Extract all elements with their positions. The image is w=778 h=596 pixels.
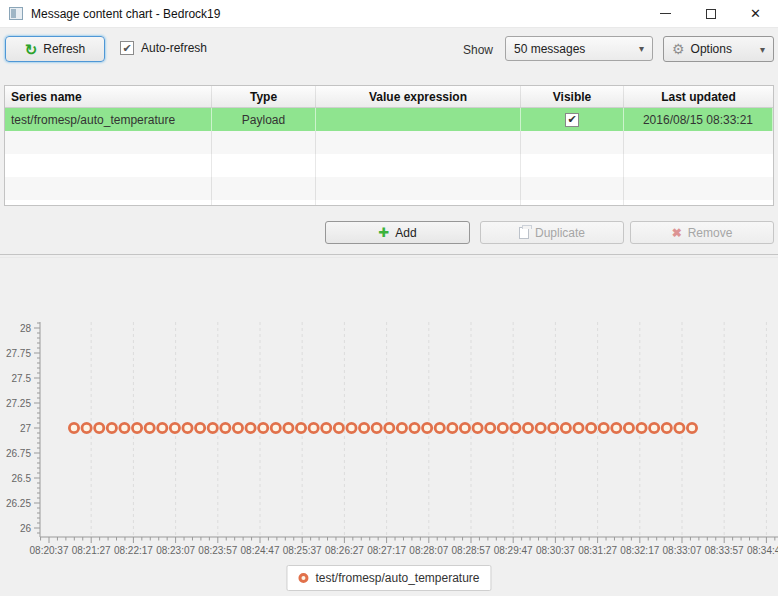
table-empty-row[interactable] [5,131,773,154]
column-header-series-name[interactable]: Series name [5,86,212,107]
data-point [612,423,621,432]
cell-series-name: test/fromesp/auto_temperature [5,108,212,131]
data-point [132,423,141,432]
add-button[interactable]: ✚ Add [325,221,470,244]
data-point [69,423,78,432]
data-point [523,423,532,432]
x-tick-label: 08:27:17 [367,545,406,556]
chart-panel: 2827.7527.527.252726.7526.526.252608:20:… [0,258,778,596]
data-point [637,423,646,432]
data-point [233,423,242,432]
data-point [599,423,608,432]
data-point [486,423,495,432]
data-point [423,423,432,432]
data-point [196,423,205,432]
empty-cell [624,131,773,154]
x-tick-label: 08:28:57 [452,545,491,556]
auto-refresh-checkbox[interactable]: ✔ [120,41,134,55]
x-tick-label: 08:29:47 [494,545,533,556]
remove-button-label: Remove [688,226,733,240]
empty-cell [521,177,624,200]
empty-cell [316,131,521,154]
empty-cell [212,131,316,154]
remove-x-icon: ✖ [672,227,682,239]
empty-cell [521,200,624,206]
x-tick-label: 08:21:27 [72,545,111,556]
data-point [549,423,558,432]
empty-cell [521,154,624,177]
table-empty-rows [5,131,773,206]
empty-cell [212,177,316,200]
maximize-button[interactable] [688,0,733,28]
chart-legend[interactable]: test/fromesp/auto_temperature [286,565,491,591]
y-tick-label: 26.5 [12,473,32,484]
x-tick-label: 08:33:57 [705,545,744,556]
minimize-icon [660,13,671,14]
column-header-visible[interactable]: Visible [521,86,624,107]
close-icon: ✕ [750,7,761,20]
data-point [246,423,255,432]
y-tick-label: 26.25 [6,498,31,509]
messages-count-value: 50 messages [514,42,585,56]
x-tick-label: 08:23:57 [198,545,237,556]
refresh-button-label: Refresh [43,42,85,56]
x-tick-label: 08:33:07 [663,545,702,556]
data-point [587,423,596,432]
x-tick-label: 08:23:07 [156,545,195,556]
column-header-type[interactable]: Type [212,86,316,107]
refresh-icon: ↻ [25,42,38,57]
table-empty-row[interactable] [5,177,773,200]
app-icon [9,7,23,20]
minimize-button[interactable] [643,0,688,28]
x-tick-label: 08:20:37 [30,545,69,556]
remove-button[interactable]: ✖ Remove [630,221,774,244]
data-point [448,423,457,432]
x-tick-label: 08:25:37 [283,545,322,556]
close-button[interactable]: ✕ [733,0,778,28]
data-point [271,423,280,432]
duplicate-button[interactable]: Duplicate [480,221,624,244]
data-point [107,423,116,432]
data-point [334,423,343,432]
data-point [221,423,230,432]
x-tick-label: 08:26:27 [325,545,364,556]
empty-cell [212,200,316,206]
options-button-label: Options [691,42,732,56]
data-point [460,423,469,432]
table-empty-row[interactable] [5,200,773,206]
data-point [120,423,129,432]
add-button-label: Add [395,226,416,240]
x-tick-label: 08:31:27 [578,545,617,556]
data-point [372,423,381,432]
data-point [296,423,305,432]
messages-count-select[interactable]: 50 messages ▾ [505,36,653,61]
refresh-button[interactable]: ↻ Refresh [5,36,105,62]
table-empty-row[interactable] [5,154,773,177]
window-controls: ✕ [643,0,778,28]
chevron-down-icon: ▾ [639,43,644,54]
options-button[interactable]: ⚙ Options ▾ [663,36,774,62]
table-row[interactable]: test/fromesp/auto_temperature Payload ✔ … [5,108,773,131]
cell-last-updated: 2016/08/15 08:33:21 [624,108,773,131]
empty-cell [5,177,212,200]
x-tick-label: 08:32:17 [620,545,659,556]
toolbar: ↻ Refresh ✔ Auto-refresh Show 50 message… [0,28,778,75]
column-header-value-expression[interactable]: Value expression [316,86,521,107]
data-point [536,423,545,432]
data-point [158,423,167,432]
visible-checkbox[interactable]: ✔ [565,113,579,127]
auto-refresh-label: Auto-refresh [141,41,207,55]
column-header-last-updated[interactable]: Last updated [624,86,773,107]
gear-icon: ⚙ [672,42,685,56]
data-point [385,423,394,432]
cell-type: Payload [212,108,316,131]
data-point [259,423,268,432]
x-tick-label: 08:34:47 [747,545,778,556]
data-point [95,423,104,432]
y-tick-label: 28 [20,323,32,334]
y-tick-label: 26.75 [6,448,31,459]
data-point [208,423,217,432]
maximize-icon [706,9,716,19]
duplicate-icon [519,227,529,239]
legend-label: test/fromesp/auto_temperature [315,571,479,585]
